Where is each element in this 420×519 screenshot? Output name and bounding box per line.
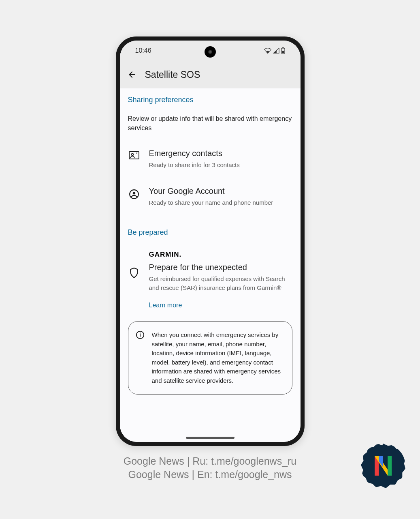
info-icon — [136, 330, 145, 339]
svg-point-10 — [139, 333, 140, 334]
learn-more-link[interactable]: Learn more — [120, 296, 301, 309]
shield-icon — [130, 268, 139, 278]
back-arrow-icon[interactable] — [127, 70, 137, 79]
camera-hole — [205, 46, 216, 58]
info-text: When you connect with emergency services… — [152, 330, 284, 385]
content-area: Sharing preferences Review or update inf… — [120, 88, 301, 442]
page-title: Satellite SOS — [145, 69, 200, 80]
wifi-icon — [264, 48, 271, 54]
garmin-item[interactable]: GARMIN. Prepare for the unexpected Get r… — [120, 241, 301, 296]
garmin-logo: GARMIN. — [149, 251, 292, 259]
be-prepared-header: Be prepared — [120, 211, 301, 241]
emergency-contacts-item[interactable]: * Emergency contacts Ready to share info… — [120, 136, 301, 174]
battery-icon — [281, 47, 285, 54]
caption-text: Google News | Ru: t.me/googlenws_ru Goog… — [124, 455, 297, 482]
app-header: Satellite SOS — [120, 61, 301, 88]
google-account-item[interactable]: Your Google Account Ready to share your … — [120, 174, 301, 211]
svg-rect-9 — [140, 335, 141, 337]
status-time: 10:46 — [135, 47, 151, 54]
google-account-sub: Ready to share your name and phone numbe… — [149, 198, 292, 207]
channel-badge — [363, 446, 403, 486]
contact-card-icon: * — [129, 151, 139, 159]
badge-n-icon — [373, 455, 393, 477]
svg-point-7 — [132, 192, 135, 195]
phone-screen: 10:46 Satellite SOS Sharing preferences … — [120, 41, 301, 442]
info-card: When you connect with emergency services… — [128, 321, 292, 395]
google-account-title: Your Google Account — [149, 187, 292, 196]
svg-text:*: * — [136, 152, 138, 156]
sharing-preferences-header: Sharing preferences — [120, 88, 301, 108]
svg-rect-1 — [282, 47, 284, 48]
garmin-sub: Get reimbursed for qualified expenses wi… — [149, 275, 292, 292]
sharing-preferences-desc: Review or update info that will be share… — [120, 108, 301, 136]
signal-icon — [273, 48, 279, 54]
account-circle-icon — [129, 189, 139, 199]
caption-line1: Google News | Ru: t.me/googlenws_ru — [124, 455, 297, 468]
emergency-contacts-title: Emergency contacts — [149, 149, 292, 158]
caption-line2: Google News | En: t.me/google_nws — [124, 468, 297, 482]
garmin-title: Prepare for the unexpected — [149, 263, 292, 272]
phone-frame: 10:46 Satellite SOS Sharing preferences … — [116, 36, 305, 446]
emergency-contacts-sub: Ready to share info for 3 contacts — [149, 161, 292, 169]
svg-rect-2 — [282, 51, 284, 53]
nav-pill[interactable] — [186, 437, 235, 439]
svg-point-4 — [131, 154, 133, 156]
